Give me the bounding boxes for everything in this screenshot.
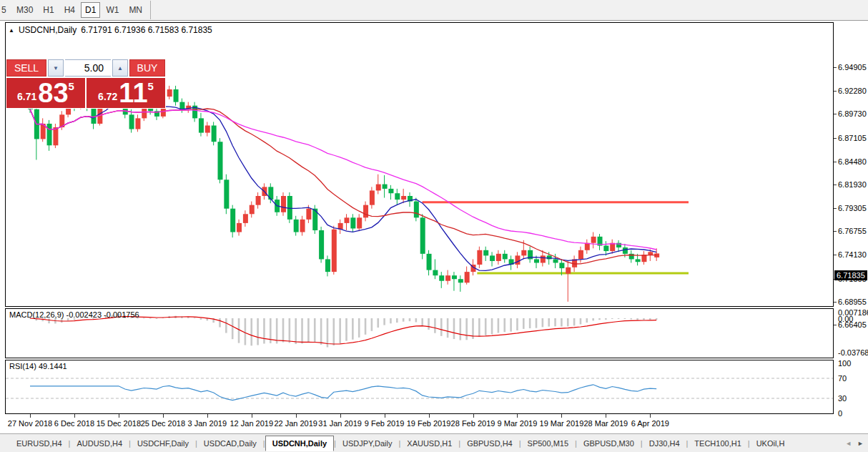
rsi-chart xyxy=(6,360,833,413)
candle-body xyxy=(578,250,583,260)
candle-body xyxy=(224,180,229,208)
macd-histogram-bar xyxy=(250,318,252,345)
macd-histogram-bar xyxy=(491,318,493,335)
scroll-tabs-left-icon[interactable]: ◄ xyxy=(845,440,852,447)
sell-button[interactable]: SELL xyxy=(6,59,46,77)
candle-body xyxy=(142,107,147,118)
candle-body xyxy=(490,255,495,261)
collapse-trade-panel-icon[interactable]: ▲ xyxy=(9,27,14,34)
sell-price-button[interactable]: 6.71 83 5 xyxy=(6,78,85,108)
chart-tab-audusd-h4[interactable]: AUDUSD,H4 xyxy=(70,436,129,451)
chart-tab-gbpusd-h4[interactable]: GBPUSD,H4 xyxy=(460,436,519,451)
macd-axis-value: 0.00 xyxy=(838,315,853,323)
candle-body xyxy=(420,217,425,254)
candle-body xyxy=(623,247,628,254)
price-axis-value: 6.87105 xyxy=(838,134,867,142)
macd-histogram-bar xyxy=(523,318,525,329)
macd-histogram-bar xyxy=(333,318,335,345)
macd-label: MACD(12,26,9) -0.002423 -0.001756 xyxy=(9,310,139,319)
candle-body xyxy=(503,254,508,260)
moving-average-line-10 xyxy=(30,102,656,270)
volume-increase-button[interactable]: ▲ xyxy=(112,59,128,77)
candle-body xyxy=(376,185,381,191)
candle-body xyxy=(294,220,299,232)
candle-body xyxy=(47,124,52,145)
date-axis-label: 27 Nov 2018 xyxy=(8,419,52,428)
candle-body xyxy=(603,245,608,251)
date-axis[interactable]: 27 Nov 20186 Dec 201815 Dec 201825 Dec 2… xyxy=(5,414,834,433)
sell-price-pips: 83 xyxy=(38,79,68,107)
date-axis-label: 19 Mar 2019 xyxy=(540,419,584,428)
candle-body xyxy=(199,118,204,132)
sell-price-figure: 6.71 xyxy=(17,91,36,102)
macd-histogram-bar xyxy=(194,318,196,318)
chart-tab-tech100-h1[interactable]: TECH100,H1 xyxy=(688,436,747,451)
chart-tab-usdcnh-daily[interactable]: USDCNH,Daily xyxy=(265,436,334,451)
chart-tab-xauusd-h1[interactable]: XAUUSD,H1 xyxy=(400,436,458,451)
period-button-W1[interactable]: W1 xyxy=(102,2,123,18)
macd-histogram-bar xyxy=(561,318,563,327)
macd-histogram-bar xyxy=(282,318,285,343)
candle-body xyxy=(521,250,526,256)
macd-histogram-bar xyxy=(460,318,462,340)
date-axis-label: 28 Feb 2019 xyxy=(451,419,495,428)
period-button-H1[interactable]: H1 xyxy=(39,2,58,18)
macd-histogram-bar xyxy=(447,318,449,338)
mt4-application-window: 5M30H1H4D1W1MN ▲ USDCNH,Daily 6.71791 6.… xyxy=(0,0,868,452)
macd-histogram-bar xyxy=(516,318,518,330)
period-button-5[interactable]: 5 xyxy=(1,2,11,18)
chart-ohlc-header: ▲ USDCNH,Daily 6.71791 6.71936 6.71583 6… xyxy=(9,25,212,35)
chart-tab-usdchf-daily[interactable]: USDCHF,Daily xyxy=(131,436,195,451)
candle-body xyxy=(370,190,375,205)
candle-body xyxy=(591,237,596,243)
macd-histogram-bar xyxy=(649,318,651,320)
chart-tab-sp500-m15[interactable]: SP500,M15 xyxy=(521,436,575,451)
candle-body xyxy=(167,89,172,97)
candle-body xyxy=(129,114,134,129)
chart-tab-ukoil-h[interactable]: UKOil,H xyxy=(750,436,791,451)
macd-histogram-bar xyxy=(421,318,423,325)
candle-body xyxy=(281,196,286,212)
buy-button[interactable]: BUY xyxy=(129,59,165,77)
candle-body xyxy=(250,205,255,215)
period-button-D1[interactable]: D1 xyxy=(81,2,100,18)
rsi-indicator-panel[interactable]: RSI(14) 49.1441 xyxy=(5,360,834,414)
price-axis-tick xyxy=(834,255,837,255)
chart-tab-usdjpy-daily[interactable]: USDJPY,Daily xyxy=(336,436,399,451)
macd-histogram-bar xyxy=(440,318,443,336)
date-axis-tick xyxy=(473,414,474,418)
volume-decrease-button[interactable]: ▼ xyxy=(48,59,64,77)
candle-body xyxy=(135,118,140,129)
macd-histogram-bar xyxy=(580,318,582,324)
macd-histogram-bar xyxy=(624,318,626,319)
macd-histogram-bar xyxy=(428,318,430,330)
chart-tab-gbpusd-m30[interactable]: GBPUSD,M30 xyxy=(577,436,641,451)
macd-indicator-panel[interactable]: MACD(12,26,9) -0.002423 -0.001756 xyxy=(5,308,834,358)
chart-tab-dj30-h4[interactable]: DJ30,H4 xyxy=(643,436,686,451)
price-axis-value: 6.81930 xyxy=(838,180,867,189)
chart-tab-usdcad-daily[interactable]: USDCAD,Daily xyxy=(197,436,263,451)
macd-histogram-bar xyxy=(345,318,347,341)
period-button-MN[interactable]: MN xyxy=(124,2,147,18)
scroll-tabs-right-icon[interactable]: ► xyxy=(857,440,864,447)
chart-window: ▲ USDCNH,Daily 6.71791 6.71936 6.71583 6… xyxy=(0,21,868,433)
rsi-label: RSI(14) 49.1441 xyxy=(9,362,67,370)
rsi-axis-value: 0 xyxy=(838,409,842,418)
date-axis-tick xyxy=(429,414,430,418)
price-axis-tick xyxy=(834,208,837,209)
period-button-H4[interactable]: H4 xyxy=(60,2,79,18)
date-axis-tick xyxy=(163,414,164,418)
price-axis-tick xyxy=(834,302,837,303)
buy-price-pips: 11 xyxy=(119,79,147,107)
volume-input[interactable]: 5.00 xyxy=(65,59,111,77)
date-axis-label: 15 Dec 2018 xyxy=(97,419,141,428)
date-axis-tick xyxy=(30,414,31,418)
macd-histogram-bar xyxy=(592,318,594,320)
date-axis-tick xyxy=(517,414,518,418)
macd-axis-value: -0.037688 xyxy=(838,348,868,357)
buy-price-button[interactable]: 6.72 11 5 xyxy=(87,78,165,108)
price-axis-tick xyxy=(834,162,837,162)
period-button-M30[interactable]: M30 xyxy=(12,2,37,18)
chart-tab-eurusd-h4[interactable]: EURUSD,H4 xyxy=(10,436,69,451)
date-axis-label: 31 Jan 2019 xyxy=(318,419,362,428)
